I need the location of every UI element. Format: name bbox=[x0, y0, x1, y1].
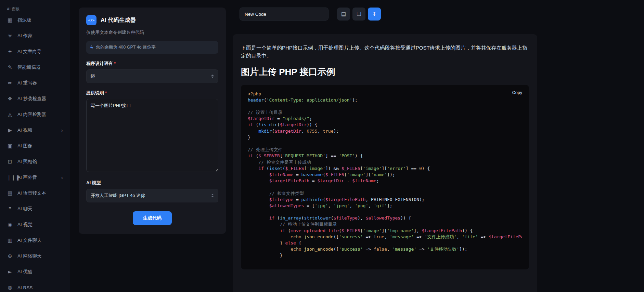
chevron-right-icon: › bbox=[61, 175, 63, 181]
voiceover-icon: ❘❙❚ bbox=[7, 174, 13, 181]
sidebar-item-label: AI 画外音 bbox=[17, 174, 37, 181]
plagiarism-checker-icon: ❖ bbox=[7, 96, 13, 102]
sidebar-item-ai-youtube[interactable]: ►AI 优酷 bbox=[3, 264, 66, 280]
balance-notice: ϟ 您的余额为 400 GPT 4o 迷你字 bbox=[86, 41, 218, 54]
sidebar-item-ai-writer[interactable]: ✳AI 作家 bbox=[3, 28, 66, 44]
page-subtitle: 仅使用文本命令创建各种代码 bbox=[86, 29, 218, 36]
sidebar-item-label: AI 视觉 bbox=[17, 222, 33, 228]
file-chat-icon: ▥ bbox=[7, 237, 13, 243]
instructions-textarea[interactable]: 写一个图片PHP接口 bbox=[86, 99, 218, 172]
sidebar-item-label: AI 聊天 bbox=[17, 206, 33, 212]
output-heading: 图片上传 PHP 接口示例 bbox=[241, 66, 529, 78]
sidebar-item-label: AI 视频 bbox=[17, 127, 33, 133]
copy-document-button[interactable]: ❏ bbox=[352, 8, 365, 21]
sidebar-item-ai-speech-to-text[interactable]: ▤AI 语音转文本 bbox=[3, 185, 66, 201]
copy-document-icon: ❏ bbox=[357, 11, 361, 17]
document-toolbar: ▤❏↧ bbox=[240, 8, 537, 21]
sidebar-item-smart-editor[interactable]: ✎智能编辑器 bbox=[3, 59, 66, 75]
output-intro-text: 下面是一个简单的PHP接口示例，用于处理图片上传。这个代码段将接受通过POST请… bbox=[241, 44, 529, 60]
vision-icon: ◉ bbox=[7, 222, 13, 228]
select-caret-icon bbox=[211, 194, 214, 197]
smart-editor-icon: ✎ bbox=[7, 64, 13, 70]
video-icon: ▶ bbox=[7, 127, 13, 133]
sidebar-item-label: AI 抄袭检查器 bbox=[17, 96, 46, 102]
speech-to-text-icon: ▤ bbox=[7, 190, 13, 196]
sidebar-item-label: AI 文件聊天 bbox=[17, 237, 42, 243]
sidebar-item-ai-voiceover[interactable]: ❘❙❚AI 画外音› bbox=[3, 170, 66, 185]
sidebar-item-dashboard[interactable]: ▦挡泥板 bbox=[3, 12, 66, 28]
workspace: ▤❏↧ 下面是一个简单的PHP接口示例，用于处理图片上传。这个代码段将接受通过P… bbox=[233, 8, 537, 292]
sidebar-item-ai-image[interactable]: ▣AI 图像 bbox=[3, 138, 66, 154]
dashboard-icon: ▦ bbox=[7, 17, 13, 23]
code-block: Copy <?php header('Content-Type: applica… bbox=[241, 85, 529, 269]
language-label: 程序设计语言* bbox=[86, 61, 218, 67]
chevron-right-icon: › bbox=[61, 128, 63, 133]
sidebar-item-ai-file-chat[interactable]: ▥AI 文件聊天 bbox=[3, 233, 66, 248]
writer-icon: ✳ bbox=[7, 33, 13, 39]
chat-icon: ❞ bbox=[7, 206, 13, 212]
code-generator-header: </> AI 代码生成器 bbox=[86, 15, 218, 25]
image-icon: ▣ bbox=[7, 143, 13, 149]
language-select[interactable]: 蟒 bbox=[86, 69, 218, 83]
select-caret-icon bbox=[211, 75, 214, 78]
main-content: </> AI 代码生成器 仅使用文本命令创建各种代码 ϟ 您的余额为 400 G… bbox=[70, 0, 644, 292]
sidebar-item-label: 智能编辑器 bbox=[17, 64, 41, 70]
sidebar-item-label: AI RSS bbox=[17, 285, 33, 290]
sidebar-item-label: AI 文章向导 bbox=[17, 49, 42, 55]
sidebar-item-label: AI 优酷 bbox=[17, 269, 33, 275]
model-select[interactable]: 开放人工智能 |GPT 4o 迷你 bbox=[86, 189, 218, 202]
language-select-value: 蟒 bbox=[91, 73, 95, 79]
document-output: 下面是一个简单的PHP接口示例，用于处理图片上传。这个代码段将接受通过POST请… bbox=[233, 34, 537, 292]
sidebar-item-ai-video[interactable]: ▶AI 视频› bbox=[3, 122, 66, 138]
rewriter-icon: ✏ bbox=[7, 80, 13, 86]
sidebar-item-label: AI 图像 bbox=[17, 143, 33, 149]
code-generator-icon: </> bbox=[86, 15, 96, 25]
sidebar-item-ai-web-chat[interactable]: ⊕AI 网络聊天 bbox=[3, 248, 66, 264]
photo-studio-icon: ⊡ bbox=[7, 159, 13, 165]
sidebar-item-ai-article-wizard[interactable]: ✦AI 文章向导 bbox=[3, 44, 66, 59]
sidebar-nav: ▦挡泥板✳AI 作家✦AI 文章向导✎智能编辑器✏AI 重写器❖AI 抄袭检查器… bbox=[3, 12, 66, 292]
app-window: AI 面板 ▦挡泥板✳AI 作家✦AI 文章向导✎智能编辑器✏AI 重写器❖AI… bbox=[0, 0, 644, 292]
required-asterisk: * bbox=[114, 61, 116, 66]
sidebar-item-ai-chat[interactable]: ❞AI 聊天 bbox=[3, 201, 66, 217]
sidebar-item-ai-rewriter[interactable]: ✏AI 重写器 bbox=[3, 75, 66, 91]
rss-icon: ◍ bbox=[7, 284, 13, 291]
instructions-label: 提供说明* bbox=[86, 90, 218, 96]
required-asterisk: * bbox=[105, 90, 107, 95]
sidebar: AI 面板 ▦挡泥板✳AI 作家✦AI 文章向导✎智能编辑器✏AI 重写器❖AI… bbox=[0, 0, 70, 292]
sidebar-item-ai-photo-studio[interactable]: ⊡AI 照相馆 bbox=[3, 154, 66, 170]
sidebar-item-label: AI 照相馆 bbox=[17, 159, 37, 165]
youtube-icon: ► bbox=[7, 269, 13, 275]
new-document-button[interactable]: ▤ bbox=[337, 8, 350, 21]
sidebar-item-label: AI 作家 bbox=[17, 33, 33, 39]
sidebar-item-label: AI 重写器 bbox=[17, 80, 37, 86]
page-title: AI 代码生成器 bbox=[101, 16, 136, 24]
code-content: <?php header('Content-Type: application/… bbox=[248, 91, 522, 259]
code-generator-panel: </> AI 代码生成器 仅使用文本命令创建各种代码 ϟ 您的余额为 400 G… bbox=[79, 8, 226, 234]
article-wizard-icon: ✦ bbox=[7, 49, 13, 55]
copy-code-button[interactable]: Copy bbox=[512, 90, 522, 95]
sidebar-item-label: 挡泥板 bbox=[17, 17, 31, 23]
generate-code-button[interactable]: 生成代码 bbox=[133, 211, 172, 225]
document-title-input[interactable] bbox=[240, 8, 329, 21]
balance-text: 您的余额为 400 GPT 4o 迷你字 bbox=[96, 44, 155, 50]
new-document-icon: ▤ bbox=[341, 11, 346, 17]
sidebar-section-label: AI 面板 bbox=[3, 5, 66, 12]
sidebar-item-label: AI 网络聊天 bbox=[17, 253, 42, 259]
sidebar-item-ai-rss[interactable]: ◍AI RSS bbox=[3, 280, 66, 292]
save-document-button[interactable]: ↧ bbox=[368, 8, 381, 21]
sidebar-item-label: AI 内容检测器 bbox=[17, 111, 46, 118]
web-chat-icon: ⊕ bbox=[7, 253, 13, 259]
content-detector-icon: ◬ bbox=[7, 111, 13, 118]
lightning-icon: ϟ bbox=[90, 45, 93, 50]
save-document-icon: ↧ bbox=[372, 11, 377, 17]
model-select-value: 开放人工智能 |GPT 4o 迷你 bbox=[91, 193, 145, 199]
sidebar-item-ai-vision[interactable]: ◉AI 视觉 bbox=[3, 217, 66, 233]
model-label: AI 模型 bbox=[86, 180, 218, 186]
sidebar-item-ai-plagiarism-checker[interactable]: ❖AI 抄袭检查器 bbox=[3, 91, 66, 107]
document-actions: ▤❏↧ bbox=[337, 8, 381, 21]
sidebar-item-label: AI 语音转文本 bbox=[17, 190, 46, 196]
sidebar-item-ai-content-detector[interactable]: ◬AI 内容检测器 bbox=[3, 107, 66, 122]
